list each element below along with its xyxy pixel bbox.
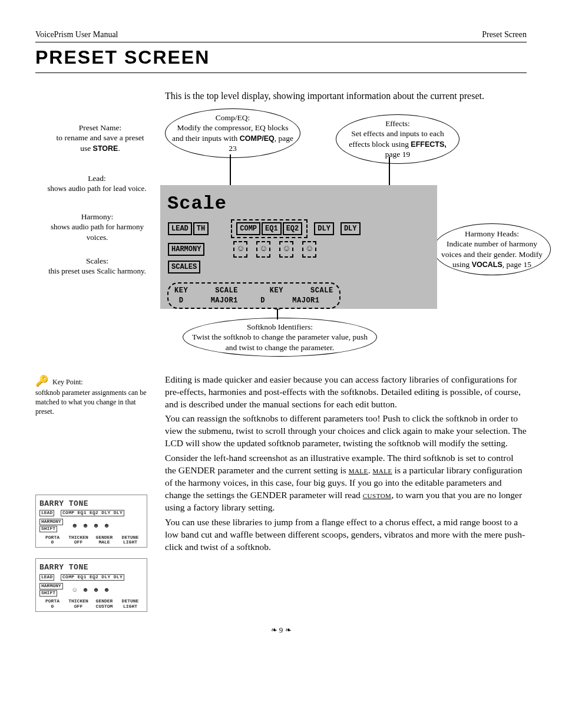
callout-harmony-heads: Harmony Heads: Indicate number of harmon… [430, 223, 554, 275]
callout-effects: Effects: Set effects and inputs to each … [333, 114, 462, 164]
page-title: PRESET SCREEN [35, 45, 527, 70]
page-number: ❧ 9 ❧ [0, 625, 562, 635]
softknob-identifiers: KEY SCALE KEY SCALE D MAJOR1 D MAJOR1 [167, 282, 340, 308]
harmony-head-icon: ☻ [105, 522, 109, 531]
intro-text: This is the top level display, showing i… [165, 90, 527, 103]
harmony-head-icon: ☺ [73, 586, 77, 595]
body-text: Editing is made quicker and easier becau… [165, 374, 527, 622]
title-rule [35, 73, 527, 73]
harmony-head-icon: ☻ [94, 522, 98, 531]
harmony-head-icon: ☻ [105, 586, 109, 595]
preset-screen-diagram: Comp/EQ: Modify the compressor, EQ block… [35, 108, 527, 368]
harmony-head-icon: ☺ [233, 241, 247, 258]
key-point-note: 🔑 Key Point: softknob parameter assignme… [35, 374, 165, 417]
harmony-head-icon: ☺ [279, 241, 293, 258]
callout-effects-title: Effects: [385, 119, 410, 128]
header-right: Preset Screen [482, 29, 527, 41]
harmony-head-icon: ☻ [73, 522, 77, 531]
harmony-head-icon: ☺ [256, 241, 270, 258]
callout-preset-name: Preset Name: to rename and save a preset… [50, 123, 150, 154]
preset-name: Scale [167, 191, 430, 216]
callout-scales: Scales: this preset uses Scalic harmony. [47, 256, 147, 276]
callout-compeq-title: Comp/EQ: [216, 113, 250, 122]
example-lcd-male: BARRY TONE LEAD COMP EQ1 EQ2 DLY DLY HAR… [35, 495, 147, 548]
running-header: VoicePrism User Manual Preset Screen [35, 29, 527, 41]
key-icon: 🔑 [35, 375, 48, 387]
main-lcd-screenshot: Scale LEADTH COMPEQ1EQ2 DLY DLY HARMONY … [160, 185, 437, 309]
callout-harmony: Harmony: shows audio path for harmony vo… [47, 212, 147, 243]
body-columns: 🔑 Key Point: softknob parameter assignme… [35, 374, 527, 622]
header-rule [35, 42, 527, 42]
harmony-head-icon: ☻ [94, 586, 98, 595]
callout-lead: Lead: shows audio path for lead voice. [42, 173, 151, 194]
callout-softknob: Softknob Identifiers: Twist the softknob… [180, 318, 380, 357]
example-lcd-custom: BARRY TONE LEAD COMP EQ1 EQ2 DLY DLY HAR… [35, 558, 147, 612]
harmony-head-icon: ☻ [84, 522, 88, 531]
harmony-head-icon: ☻ [84, 586, 88, 595]
harmony-head-icon: ☺ [302, 241, 316, 258]
callout-compeq: Comp/EQ: Modify the compressor, EQ block… [162, 108, 303, 158]
header-left: VoicePrism User Manual [35, 29, 118, 41]
